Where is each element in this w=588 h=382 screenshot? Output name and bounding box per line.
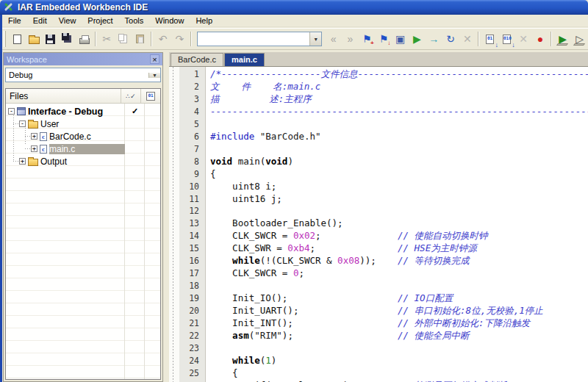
stop-build-button[interactable]: ✕: [459, 31, 476, 47]
line-number: 14: [179, 230, 203, 242]
project-icon: [17, 107, 26, 115]
open-file-button[interactable]: [26, 31, 43, 47]
code-token: ));: [359, 255, 376, 266]
new-file-button[interactable]: [9, 31, 26, 47]
rebuild-all-button[interactable]: ↻: [442, 31, 459, 47]
go-to-button[interactable]: ▣: [392, 31, 409, 47]
code-text: CLK_SWR = 0xb4;// HSE为主时钟源: [210, 242, 588, 254]
window-title: IAR Embedded Workbench IDE: [18, 2, 148, 12]
line-number: 16: [179, 255, 203, 267]
menu-item-project[interactable]: Project: [82, 15, 118, 26]
tree-expander-icon[interactable]: -: [19, 120, 26, 127]
menu-item-tools[interactable]: Tools: [119, 15, 150, 26]
code-editor[interactable]: 1/*------------------文件信息---------------…: [169, 66, 588, 382]
tree-item-label[interactable]: Output: [40, 156, 67, 167]
copy-button[interactable]: [115, 31, 132, 47]
make-button[interactable]: →: [426, 31, 442, 47]
compile-button[interactable]: ▶: [409, 31, 426, 47]
project-tree[interactable]: -Interface - Debug✓-User+cBarCode.c+cmai…: [6, 104, 160, 379]
workspace-panel: Workspace × Debug ▼ Files ∴✓ 01 -Interfa…: [3, 52, 163, 382]
code-text: 文 件 名:main.c: [210, 81, 588, 93]
tree-item-barcode-c[interactable]: +cBarCode.c: [6, 130, 160, 143]
line-number: 25: [179, 367, 203, 379]
tree-item-main-c[interactable]: +cmain.c: [6, 143, 160, 155]
toggle-bookmark-button[interactable]: ⚑+: [359, 31, 376, 47]
find-previous-button[interactable]: «: [325, 31, 342, 47]
next-bookmark-button[interactable]: ⚑↓: [376, 31, 392, 47]
configuration-dropdown[interactable]: Debug ▼: [5, 68, 161, 82]
c-file-icon: c: [40, 132, 47, 141]
tree-item-user[interactable]: -User: [6, 118, 160, 130]
tree-item-label[interactable]: main.c: [49, 144, 125, 154]
debug-without-downloading-button[interactable]: ▷: [571, 31, 588, 47]
save-all-button[interactable]: [59, 31, 76, 47]
line-number: 4: [179, 106, 203, 118]
menu-item-help[interactable]: Help: [190, 15, 218, 26]
code-token: Init_INT();: [210, 317, 293, 328]
undo-button[interactable]: ↶: [154, 31, 171, 47]
code-line: 4---------------------------------------…: [169, 106, 588, 118]
code-token: (!(CLK_SWCR &: [260, 255, 337, 266]
code-line: 25 {: [169, 367, 588, 380]
code-token: while: [232, 355, 260, 366]
code-lines: 1/*------------------文件信息---------------…: [169, 68, 588, 382]
tree-expander-icon[interactable]: +: [19, 158, 26, 165]
toggle-breakpoint-button[interactable]: ●: [532, 31, 549, 47]
tree-expander-icon[interactable]: +: [31, 145, 37, 152]
erase-memory-button[interactable]: ✕: [515, 31, 532, 47]
next-bookmark-icon: ⚑: [379, 34, 389, 44]
menu-item-edit[interactable]: Edit: [27, 15, 53, 26]
toolbar-combobox-input[interactable]: [198, 32, 309, 46]
chevron-down-icon[interactable]: ▼: [148, 73, 160, 78]
chevron-down-icon[interactable]: ▼: [309, 32, 321, 46]
output-column-header[interactable]: 01: [140, 89, 160, 103]
toolbar-grip-handle[interactable]: [4, 31, 6, 47]
download-button[interactable]: 010↓: [498, 31, 515, 47]
line-number: 13: [179, 217, 203, 229]
code-token: ;: [315, 230, 321, 241]
download-and-debug-button[interactable]: ▶: [554, 31, 571, 47]
tree-item-label[interactable]: Interface - Debug: [28, 107, 103, 117]
line-number: 9: [179, 168, 203, 180]
save-button[interactable]: [43, 31, 60, 47]
tree-item-output[interactable]: +Output: [6, 155, 160, 167]
cut-button[interactable]: ✂: [98, 31, 115, 47]
tab-barcode-c[interactable]: BarCode.c: [171, 53, 223, 66]
download-active-application-button[interactable]: 01↓: [481, 31, 498, 47]
code-token: CLK_SWCR =: [210, 267, 293, 278]
code-text: {: [210, 168, 588, 180]
paste-button[interactable]: [132, 31, 148, 47]
line-number: 12: [179, 205, 203, 217]
line-number: 20: [179, 305, 203, 317]
files-header: Files ∴✓ 01: [6, 89, 160, 104]
toolbar-combobox[interactable]: ▼: [197, 32, 322, 46]
code-line: 20 Init_UART();// 串口初始化:8位,无校验,1停止: [169, 305, 588, 317]
status-column-header[interactable]: ∴✓: [121, 89, 140, 103]
tree-expander-icon[interactable]: -: [8, 108, 15, 115]
menu-item-window[interactable]: Window: [149, 15, 190, 26]
tree-expander-icon[interactable]: +: [31, 133, 37, 140]
menu-item-file[interactable]: File: [2, 15, 27, 26]
comment-text: // HSE为主时钟源: [398, 242, 477, 254]
tree-item-interface-debug[interactable]: -Interface - Debug✓: [6, 105, 160, 118]
files-column-header[interactable]: Files: [6, 89, 121, 103]
code-token: uint8 i;: [210, 181, 276, 192]
badge-icon: +: [370, 40, 374, 46]
open-file-icon: [29, 37, 40, 44]
redo-icon: ↷: [176, 34, 184, 44]
line-number: 17: [179, 267, 203, 279]
print-button[interactable]: [76, 31, 93, 47]
tab-main-c[interactable]: main.c: [224, 53, 265, 66]
workspace-close-icon[interactable]: ×: [150, 54, 159, 64]
find-next-button[interactable]: »: [342, 31, 359, 47]
redo-button[interactable]: ↷: [171, 31, 188, 47]
stop-build-icon: ✕: [463, 34, 472, 44]
comment-text: 文 件 名:main.c: [210, 81, 320, 92]
menu-item-view[interactable]: View: [53, 15, 82, 26]
code-text: void main(void): [210, 156, 588, 167]
tree-item-label[interactable]: User: [40, 119, 59, 129]
code-token: void: [265, 156, 287, 167]
code-line: 22 asm("RIM");// 使能全局中断: [169, 330, 588, 342]
tree-item-label[interactable]: BarCode.c: [49, 131, 91, 142]
code-token: ): [287, 156, 293, 167]
